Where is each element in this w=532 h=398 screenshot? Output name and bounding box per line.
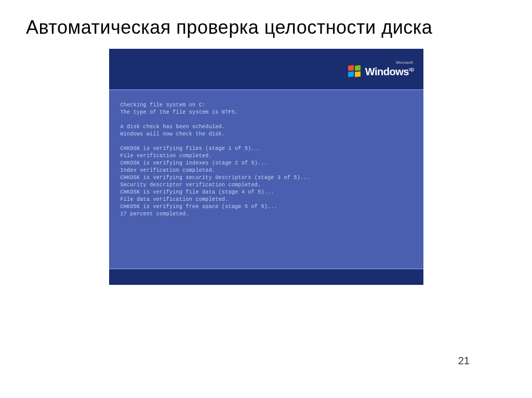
console-output: Checking file system on C: The type of t…: [109, 90, 423, 223]
microsoft-label: Microsoft: [396, 60, 413, 65]
windows-flag-icon: [348, 65, 363, 78]
slide-title: Автоматическая проверка целостности диск…: [0, 0, 532, 49]
page-number: 21: [458, 355, 470, 367]
bottom-bar: [109, 268, 423, 285]
chkdsk-screenshot: Microsoft Windowsxp Checking file system…: [109, 49, 423, 285]
top-bar: Microsoft Windowsxp: [109, 49, 423, 90]
windows-logo: Windowsxp: [348, 65, 414, 78]
windows-text: Windowsxp: [365, 66, 414, 78]
